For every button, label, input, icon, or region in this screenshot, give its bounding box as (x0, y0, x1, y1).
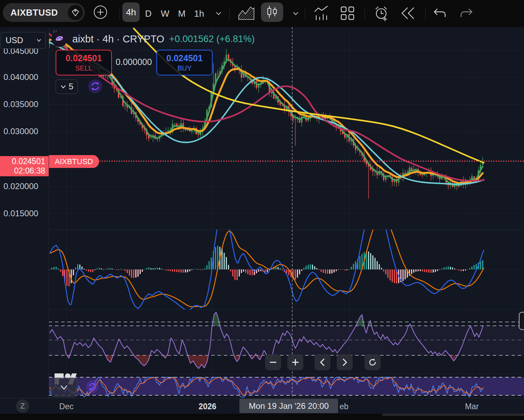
symbol-name: AIXBTUSD (10, 7, 58, 18)
tradingview-app: AIXBTUSD 4hDWM1h (0, 0, 524, 420)
interval-button-D[interactable]: D (140, 0, 156, 27)
area-chart-icon[interactable] (237, 4, 256, 22)
zoom-out-button[interactable] (265, 354, 281, 370)
toolbar-divider (425, 7, 426, 20)
sell-price: 0.024501 (66, 53, 102, 63)
buy-price: 0.024501 (166, 53, 203, 63)
time-axis-label: Dec (59, 402, 74, 411)
currency-value: USD (6, 35, 23, 45)
chevron-right-icon (341, 358, 348, 366)
layout-grid-icon[interactable] (339, 5, 356, 22)
buy-button[interactable]: 0.024501 BUY (156, 50, 213, 75)
interval-button-W[interactable]: W (157, 0, 173, 27)
time-axis-label: 2026 (198, 402, 216, 411)
scroll-right-button[interactable] (337, 354, 353, 370)
price-axis-label: 0.030000 (3, 127, 45, 136)
symbol-logo (51, 31, 67, 47)
interval-button-4h[interactable]: 4h (122, 2, 140, 22)
scroll-left-button[interactable] (314, 354, 330, 370)
bars-chip-value: 5 (69, 82, 73, 91)
spread-value: 0.000000 (113, 56, 155, 68)
bar-countdown: 02:06:38 (14, 166, 45, 176)
top-toolbar: AIXBTUSD 4hDWM1h (0, 0, 524, 27)
macd-panel-canvas (49, 229, 524, 309)
price-axis-label: 0.020000 (3, 181, 45, 191)
reset-view-button[interactable] (365, 354, 380, 370)
chevron-down-icon (60, 83, 66, 90)
style-chevron-down-icon[interactable] (290, 8, 302, 19)
reset-icon (368, 358, 377, 367)
toolbar-divider (365, 7, 365, 20)
bar-replay-icon[interactable] (399, 5, 417, 22)
zoom-in-button[interactable] (287, 354, 303, 370)
buy-label: BUY (177, 64, 191, 72)
rsi-panel-canvas (49, 309, 524, 374)
legend-change: +0.001562 (+6.81%) (169, 34, 255, 45)
last-price-line (99, 161, 524, 162)
interval-button-M[interactable]: M (174, 0, 190, 27)
toolbar-divider (120, 7, 120, 20)
symbol-search-button[interactable]: AIXBTUSD (3, 3, 85, 22)
price-axis-label: 0.040000 (3, 72, 45, 82)
chevron-down-icon (36, 37, 42, 43)
time-axis-label: Mar (465, 402, 479, 411)
indicators-icon[interactable] (313, 5, 330, 22)
last-price-value: 0.024501 (12, 157, 45, 166)
symbol-diamond-icon[interactable] (68, 5, 83, 20)
alert-clock-icon[interactable] (372, 3, 391, 23)
time-axis-label: eb (339, 402, 349, 411)
interval-button-1h[interactable]: 1h (190, 0, 208, 27)
timezone-badge[interactable]: Z (16, 399, 29, 413)
interval-chevron-down-icon[interactable] (213, 8, 224, 19)
chart-legend[interactable]: aixbt · 4h · CRYPTO +0.001562 (+6.81%) (51, 31, 255, 47)
price-axis-label: 0.035000 (3, 99, 45, 109)
price-line-flag: AIXBTUSD (49, 155, 99, 168)
crosshair-time-tooltip: Mon 19 Jan '26 20:00 (239, 399, 338, 413)
legend-title: aixbt · 4h · CRYPTO (72, 33, 164, 45)
minus-icon (269, 358, 277, 366)
bars-pattern-chip[interactable]: 5 (56, 79, 78, 94)
price-axis[interactable]: 0.0450000.0400000.0350000.0300000.020000… (0, 27, 49, 398)
last-price-axis-label: 0.024501 02:06:38 (0, 156, 49, 176)
candlestick-style-button[interactable] (261, 2, 283, 22)
add-symbol-icon[interactable] (93, 5, 107, 19)
chevron-left-icon (319, 358, 326, 366)
redo-icon[interactable] (458, 5, 475, 22)
chevron-down-icon (59, 383, 68, 392)
sync-refresh-icon[interactable] (88, 79, 103, 95)
right-edge-handle[interactable] (519, 312, 524, 330)
stoch-panel-canvas (49, 374, 524, 398)
horizontal-scrollbar[interactable] (382, 414, 524, 416)
price-axis-label: 0.015000 (3, 209, 45, 218)
collapse-panel-button[interactable] (51, 378, 77, 397)
crosshair-vertical-line (292, 27, 293, 399)
sync-refresh-icon[interactable] (85, 380, 99, 395)
currency-dropdown[interactable]: USD (1, 32, 46, 49)
toolbar-divider (305, 7, 305, 20)
plus-icon (292, 358, 299, 366)
toolbar-divider (229, 7, 230, 20)
sell-label: SELL (75, 64, 92, 72)
sell-button[interactable]: 0.024501 SELL (56, 50, 112, 75)
undo-icon[interactable] (431, 5, 448, 22)
